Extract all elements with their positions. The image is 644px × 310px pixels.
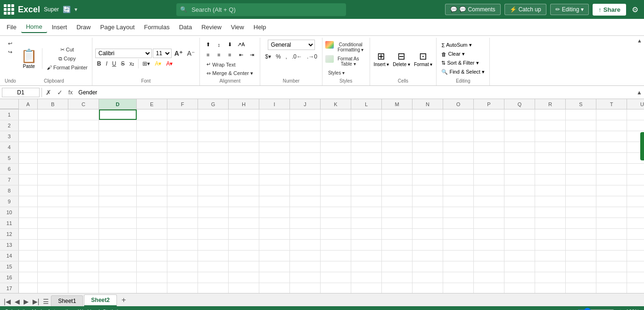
col-header-k[interactable]: K bbox=[321, 99, 351, 109]
cell-Q3[interactable] bbox=[504, 131, 535, 142]
cell-L13[interactable] bbox=[351, 240, 382, 250]
cell-F17[interactable] bbox=[167, 283, 198, 293]
cell-B10[interactable] bbox=[38, 207, 68, 218]
cell-E8[interactable] bbox=[137, 185, 167, 196]
cell-E16[interactable] bbox=[137, 272, 167, 283]
cell-L17[interactable] bbox=[351, 283, 382, 293]
cell-E5[interactable] bbox=[137, 153, 167, 163]
cell-K11[interactable] bbox=[321, 218, 351, 228]
cell-P6[interactable] bbox=[474, 164, 504, 174]
cell-K10[interactable] bbox=[321, 207, 351, 218]
cell-A8[interactable] bbox=[19, 185, 38, 196]
paste-button[interactable]: 📋 bbox=[19, 48, 39, 64]
cell-M13[interactable] bbox=[382, 240, 413, 250]
cell-A16[interactable] bbox=[19, 272, 38, 283]
cell-styles-button[interactable]: Styles ▾ bbox=[325, 69, 367, 76]
cell-K17[interactable] bbox=[321, 283, 351, 293]
cell-I14[interactable] bbox=[259, 251, 290, 261]
settings-button[interactable]: ⚙ bbox=[630, 3, 640, 16]
cell-O10[interactable] bbox=[443, 207, 474, 218]
cell-Q12[interactable] bbox=[504, 229, 535, 239]
cell-B17[interactable] bbox=[38, 283, 68, 293]
catch-up-button[interactable]: ⚡ Catch up bbox=[504, 4, 546, 15]
cell-H8[interactable] bbox=[229, 185, 259, 196]
cell-F8[interactable] bbox=[167, 185, 198, 196]
cell-J15[interactable] bbox=[290, 261, 321, 272]
cell-B2[interactable] bbox=[38, 120, 68, 131]
cell-S5[interactable] bbox=[566, 153, 596, 163]
cell-U9[interactable] bbox=[627, 196, 644, 207]
sheet-tab-sheet2[interactable]: Sheet2 bbox=[84, 294, 116, 306]
zoom-slider[interactable] bbox=[577, 308, 615, 310]
cell-H11[interactable] bbox=[229, 218, 259, 228]
wrap-text-button[interactable]: ↵ Wrap Text bbox=[204, 60, 256, 68]
cell-D16[interactable] bbox=[99, 272, 137, 283]
cell-O8[interactable] bbox=[443, 185, 474, 196]
cell-E12[interactable] bbox=[137, 229, 167, 239]
cell-A13[interactable] bbox=[19, 240, 38, 250]
cell-Q13[interactable] bbox=[504, 240, 535, 250]
cell-H1[interactable] bbox=[229, 109, 259, 120]
cell-I12[interactable] bbox=[259, 229, 290, 239]
cell-C6[interactable] bbox=[68, 164, 99, 174]
cell-I3[interactable] bbox=[259, 131, 290, 142]
cell-S17[interactable] bbox=[566, 283, 596, 293]
col-header-a[interactable]: A bbox=[19, 99, 38, 109]
row-number[interactable]: 1 bbox=[0, 109, 19, 120]
cell-N13[interactable] bbox=[413, 240, 443, 250]
cell-A1[interactable] bbox=[19, 109, 38, 120]
cell-I10[interactable] bbox=[259, 207, 290, 218]
increase-indent-button[interactable]: ⇥ bbox=[247, 50, 257, 59]
cell-G3[interactable] bbox=[198, 131, 229, 142]
font-size-select[interactable]: 11 89101214 bbox=[153, 49, 172, 58]
cell-P16[interactable] bbox=[474, 272, 504, 283]
cell-N12[interactable] bbox=[413, 229, 443, 239]
cell-R17[interactable] bbox=[535, 283, 566, 293]
row-number[interactable]: 3 bbox=[0, 131, 19, 142]
expand-formula-bar-button[interactable]: ▲ bbox=[636, 89, 642, 96]
col-header-i[interactable]: I bbox=[259, 99, 290, 109]
cell-J13[interactable] bbox=[290, 240, 321, 250]
cell-N15[interactable] bbox=[413, 261, 443, 272]
cell-S9[interactable] bbox=[566, 196, 596, 207]
font-color-button[interactable]: A▾ bbox=[164, 59, 174, 68]
col-header-h[interactable]: H bbox=[229, 99, 259, 109]
conditional-formatting-button[interactable]: ConditionalFormatting ▾ bbox=[335, 41, 367, 53]
cell-L14[interactable] bbox=[351, 251, 382, 261]
cell-F12[interactable] bbox=[167, 229, 198, 239]
cell-M12[interactable] bbox=[382, 229, 413, 239]
cell-P5[interactable] bbox=[474, 153, 504, 163]
editing-button[interactable]: ✏ Editing ▾ bbox=[550, 4, 589, 15]
cancel-formula-button[interactable]: ✗ bbox=[44, 88, 53, 97]
cell-I16[interactable] bbox=[259, 272, 290, 283]
row-number[interactable]: 13 bbox=[0, 240, 19, 250]
ribbon-collapse-button[interactable]: ▲ bbox=[637, 38, 642, 43]
strikethrough-button[interactable]: S bbox=[119, 59, 126, 68]
cell-O7[interactable] bbox=[443, 175, 474, 185]
col-header-n[interactable]: N bbox=[413, 99, 443, 109]
cell-I2[interactable] bbox=[259, 120, 290, 131]
cell-Q11[interactable] bbox=[504, 218, 535, 228]
cell-S13[interactable] bbox=[566, 240, 596, 250]
cell-U16[interactable] bbox=[627, 272, 644, 283]
sheet-options-button[interactable]: ☰ bbox=[41, 297, 51, 306]
cell-B8[interactable] bbox=[38, 185, 68, 196]
cell-P7[interactable] bbox=[474, 175, 504, 185]
cell-R14[interactable] bbox=[535, 251, 566, 261]
format-as-table-button[interactable]: Format AsTable ▾ bbox=[335, 55, 362, 67]
menu-home[interactable]: Home bbox=[21, 21, 47, 33]
cell-D13[interactable] bbox=[99, 240, 137, 250]
cell-A4[interactable] bbox=[19, 142, 38, 152]
cell-G4[interactable] bbox=[198, 142, 229, 152]
cell-Q7[interactable] bbox=[504, 175, 535, 185]
cell-N7[interactable] bbox=[413, 175, 443, 185]
align-middle-button[interactable]: ↕ bbox=[214, 40, 224, 50]
cell-T1[interactable] bbox=[596, 109, 627, 120]
app-launcher-icon[interactable] bbox=[4, 4, 14, 15]
cell-J4[interactable] bbox=[290, 142, 321, 152]
insert-button[interactable]: ⊞ Insert ▾ bbox=[373, 50, 390, 68]
cell-S3[interactable] bbox=[566, 131, 596, 142]
col-header-u[interactable]: U bbox=[627, 99, 644, 109]
cell-N5[interactable] bbox=[413, 153, 443, 163]
cell-J1[interactable] bbox=[290, 109, 321, 120]
